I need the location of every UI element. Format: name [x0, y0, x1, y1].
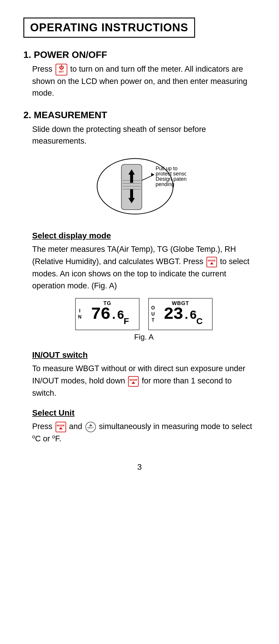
select-display-body: The meter measures TA(Air Temp), TG (Glo… — [32, 243, 256, 292]
mode-button-icon-2: MODE — [128, 376, 139, 387]
sensor-diagram-svg: Pull up to protect sensor Design patent … — [93, 154, 186, 218]
sensor-diagram: Pull up to protect sensor Design patent … — [23, 154, 256, 221]
select-unit-title: Select Unit — [32, 408, 256, 418]
lcd-right-side-label: OUT — [151, 305, 155, 323]
lcd-left: TG IN 76.6 F — [75, 298, 140, 330]
lcd-right: WBGT OUT 23.6 C — [148, 298, 213, 330]
section-power: 1. POWER ON/OFF Press ⏻ SET to turn on a… — [23, 49, 256, 99]
subsection-select-unit: Select Unit Press MODE and NEXT simultan… — [23, 408, 256, 445]
page-number: 3 — [23, 462, 256, 472]
lcd-right-value: 23.6 — [163, 305, 196, 324]
section-power-title: 1. POWER ON/OFF — [23, 49, 256, 60]
power-button-icon: ⏻ SET — [56, 64, 67, 75]
lcd-left-value: 76.6 — [91, 305, 124, 324]
svg-rect-9 — [130, 189, 133, 198]
svg-text:Pull up to: Pull up to — [156, 166, 178, 171]
lcd-display-row: TG IN 76.6 F WBGT OUT 23.6 C — [32, 298, 256, 330]
select-unit-body: Press MODE and NEXT simultaneously in me… — [32, 421, 256, 445]
svg-rect-7 — [130, 174, 133, 183]
subsection-inout: IN/OUT switch To measure WBGT without or… — [23, 350, 256, 400]
lcd-left-unit: F — [124, 316, 129, 326]
degree-c-superscript: o — [32, 434, 35, 440]
lcd-left-side-label: IN — [78, 308, 82, 320]
section-measurement-title: 2. MEASUREMENT — [23, 110, 256, 120]
subsection-select-display: Select display mode The meter measures T… — [23, 231, 256, 342]
lcd-right-top-label: WBGT — [172, 300, 189, 306]
mode-button-icon-3: MODE — [56, 422, 66, 432]
section-measurement: 2. MEASUREMENT Slide down the protecting… — [23, 110, 256, 221]
svg-text:protect sensor: protect sensor — [156, 171, 186, 177]
section-power-body: Press ⏻ SET to turn on and turn off the … — [23, 63, 256, 99]
section-measurement-body: Slide down the protecting sheath of sens… — [23, 123, 256, 147]
inout-title: IN/OUT switch — [32, 350, 256, 360]
lcd-left-top-label: TG — [104, 300, 111, 306]
inout-body: To measure WBGT without or with direct s… — [32, 363, 256, 400]
degree-f-superscript: o — [52, 434, 55, 440]
next-button-icon: NEXT — [85, 422, 96, 432]
lcd-right-unit: C — [196, 316, 203, 326]
select-display-title: Select display mode — [32, 231, 256, 240]
header-box: OPERATING INSTRUCTIONS — [23, 18, 195, 38]
svg-text:pending: pending — [156, 181, 174, 187]
mode-button-icon: MODE — [206, 257, 217, 267]
page-title: OPERATING INSTRUCTIONS — [30, 21, 188, 34]
svg-text:Design patent: Design patent — [156, 176, 186, 182]
fig-caption: Fig. A — [32, 333, 256, 342]
